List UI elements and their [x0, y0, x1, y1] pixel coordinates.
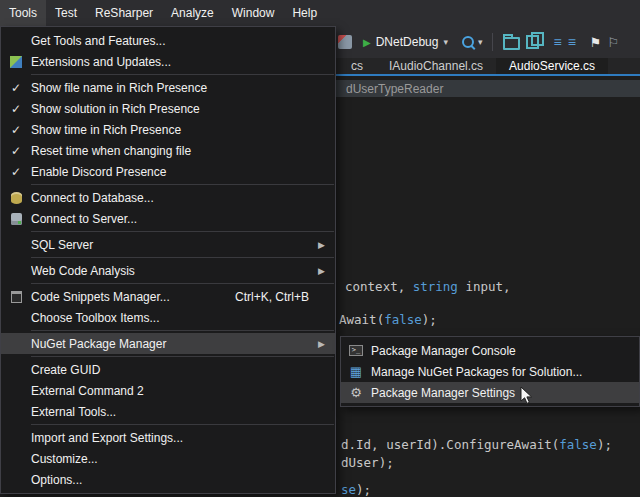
menu-separator: [31, 283, 334, 284]
menu-item-nuget-package-manager[interactable]: NuGet Package Manager ▶: [1, 333, 335, 354]
menu-gutter: ▦: [341, 365, 371, 378]
menu-item-get-tools-and-features[interactable]: Get Tools and Features...: [1, 30, 335, 51]
database-icon: [11, 192, 22, 204]
outdent-button[interactable]: ≡: [550, 30, 564, 54]
menu-item-external-command-2[interactable]: External Command 2: [1, 380, 335, 401]
packages-grid-icon: ▦: [350, 365, 362, 378]
menu-tools[interactable]: Tools: [0, 0, 46, 26]
menu-test[interactable]: Test: [46, 0, 86, 26]
server-icon: [11, 213, 22, 225]
menu-item-show-file-name[interactable]: ✓ Show file name in Rich Presence: [1, 77, 335, 98]
gear-icon: ⚙: [350, 386, 362, 399]
menu-item-web-code-analysis[interactable]: Web Code Analysis ▶: [1, 260, 335, 281]
menu-item-customize[interactable]: Customize...: [1, 448, 335, 469]
menu-analyze[interactable]: Analyze: [162, 0, 223, 26]
menu-item-label: SQL Server: [31, 238, 335, 252]
copy-button[interactable]: [523, 30, 542, 54]
chevron-down-icon: ▾: [443, 37, 448, 47]
tab-audioservice[interactable]: AudioService.cs: [496, 58, 608, 74]
menu-gutter: ✓: [1, 102, 31, 116]
outdent-icon: ≡: [553, 34, 561, 50]
check-icon: ✓: [11, 102, 21, 116]
menu-separator: [31, 257, 334, 258]
start-debugging-button[interactable]: ▶ DNetDebug ▾: [360, 30, 451, 54]
play-icon: ▶: [363, 37, 371, 48]
menu-item-label: Import and Export Settings...: [31, 431, 335, 445]
menu-item-code-snippets-manager[interactable]: Code Snippets Manager... Ctrl+K, Ctrl+B: [1, 286, 335, 307]
menu-item-create-guid[interactable]: Create GUID: [1, 359, 335, 380]
tab-label: cs: [351, 59, 363, 73]
indent-button[interactable]: ≡: [565, 30, 579, 54]
menu-item-show-time[interactable]: ✓ Show time in Rich Presence: [1, 119, 335, 140]
chevron-down-icon: ▾: [478, 37, 483, 47]
folder-icon: [503, 37, 520, 50]
menu-gutter: [1, 56, 31, 68]
open-folder-button[interactable]: [500, 30, 523, 54]
menu-item-extensions-and-updates[interactable]: Extensions and Updates...: [1, 51, 335, 72]
visual-studio-window: context, string input, Await(false); d.I…: [0, 0, 640, 497]
check-icon: ✓: [11, 123, 21, 137]
submenu-arrow-icon: ▶: [318, 339, 325, 349]
code-text: context,: [345, 279, 413, 294]
toolbar-misc-icon[interactable]: [338, 35, 352, 49]
code-text: );: [356, 482, 371, 497]
menu-item-manage-nuget-packages-solution[interactable]: ▦ Manage NuGet Packages for Solution...: [341, 361, 639, 382]
menu-item-connect-to-server[interactable]: Connect to Server...: [1, 208, 335, 229]
menu-resharper[interactable]: ReSharper: [86, 0, 162, 26]
menu-gutter: [1, 192, 31, 204]
toggle-bookmark-button[interactable]: ⚑: [587, 30, 605, 54]
toolbar-separator: [492, 33, 493, 51]
tab-label: AudioService.cs: [509, 59, 595, 73]
menu-gutter: ⚙: [341, 386, 371, 399]
menu-item-external-tools[interactable]: External Tools...: [1, 401, 335, 422]
code-line: d.Id, userId).ConfigureAwait(false);: [341, 437, 612, 452]
menu-separator: [31, 184, 334, 185]
tab-iaudiochannel[interactable]: IAudioChannel.cs: [376, 58, 496, 74]
menu-item-label: Manage NuGet Packages for Solution...: [371, 365, 639, 379]
menu-item-package-manager-console[interactable]: >_ Package Manager Console: [341, 340, 639, 361]
menu-bar: Tools Test ReSharper Analyze Window Help: [0, 0, 640, 26]
indent-icon: ≡: [568, 34, 576, 50]
menu-item-label: NuGet Package Manager: [31, 337, 335, 351]
menu-gutter: [1, 291, 31, 303]
menu-item-label: Web Code Analysis: [31, 264, 335, 278]
menu-item-label: Enable Discord Presence: [31, 165, 335, 179]
menu-item-options[interactable]: Options...: [1, 469, 335, 490]
code-line: Await(false);: [339, 312, 437, 327]
menu-item-sql-server[interactable]: SQL Server ▶: [1, 234, 335, 255]
code-keyword: se: [341, 482, 356, 497]
tab-partial[interactable]: cs: [338, 58, 376, 74]
menu-gutter: [1, 213, 31, 225]
menu-separator: [31, 231, 334, 232]
menu-item-connect-to-database[interactable]: Connect to Database...: [1, 187, 335, 208]
menu-item-reset-time[interactable]: ✓ Reset time when changing file: [1, 140, 335, 161]
menu-item-enable-discord-presence[interactable]: ✓ Enable Discord Presence: [1, 161, 335, 182]
mouse-cursor: [520, 386, 534, 406]
menu-label: Analyze: [171, 6, 214, 20]
magnifier-icon: [462, 36, 474, 48]
flag-icon: ⚐: [607, 35, 619, 50]
menu-item-label: External Command 2: [31, 384, 335, 398]
menu-window[interactable]: Window: [223, 0, 284, 26]
code-text: Await(: [339, 312, 384, 327]
profiler-button[interactable]: ▾: [459, 30, 486, 54]
menu-label: Help: [292, 6, 317, 20]
code-line: dUser);: [341, 455, 394, 470]
check-icon: ✓: [11, 144, 21, 158]
menu-item-package-manager-settings[interactable]: ⚙ Package Manager Settings: [341, 382, 639, 403]
menu-item-choose-toolbox-items[interactable]: Choose Toolbox Items...: [1, 307, 335, 328]
menu-gutter: >_: [341, 345, 371, 356]
run-target-label: DNetDebug: [376, 35, 439, 49]
menu-gutter: ✓: [1, 165, 31, 179]
menu-item-import-export-settings[interactable]: Import and Export Settings...: [1, 427, 335, 448]
next-bookmark-button[interactable]: ⚐: [604, 30, 622, 54]
menu-item-label: Reset time when changing file: [31, 144, 335, 158]
menu-item-label: Connect to Database...: [31, 191, 335, 205]
menu-item-show-solution[interactable]: ✓ Show solution in Rich Presence: [1, 98, 335, 119]
submenu-arrow-icon: ▶: [318, 240, 325, 250]
menu-help[interactable]: Help: [283, 0, 326, 26]
menu-item-label: Customize...: [31, 452, 335, 466]
code-text: input,: [458, 279, 511, 294]
menu-label: Tools: [9, 6, 37, 20]
nuget-submenu: >_ Package Manager Console ▦ Manage NuGe…: [340, 336, 640, 407]
